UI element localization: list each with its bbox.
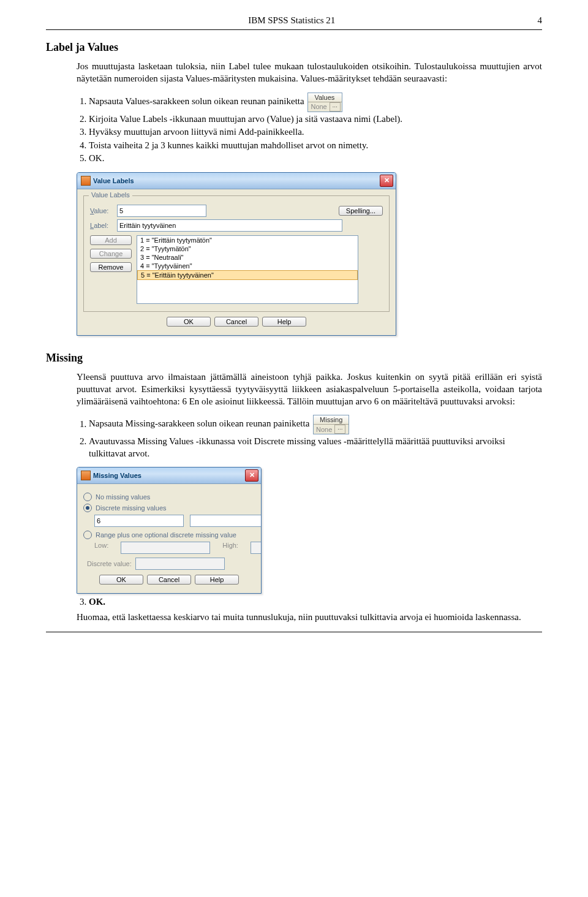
- section2-steps-cont: OK.: [89, 596, 542, 608]
- section1-intro: Jos muuttujasta lasketaan tuloksia, niin…: [77, 60, 542, 85]
- close-icon[interactable]: ✕: [245, 469, 258, 482]
- values-cell-value: None: [311, 102, 326, 111]
- list-item[interactable]: 4 = "Tyytyväinen": [137, 262, 358, 270]
- radio-icon: [83, 504, 92, 512]
- dialog-titlebar: Missing Values ✕: [77, 467, 261, 484]
- values-cell-snippet: Values None …: [307, 93, 342, 112]
- list-item: Avautuvassa Missing Values -ikkunassa vo…: [89, 436, 542, 460]
- section2-steps: Napsauta Missing-sarakkeen solun oikean …: [89, 415, 542, 460]
- close-icon[interactable]: ✕: [380, 175, 393, 187]
- radio-icon: [83, 531, 92, 539]
- discrete-value-2[interactable]: [190, 515, 262, 527]
- value-field-label: Value:: [90, 207, 117, 214]
- list-item[interactable]: 1 = "Erittäin tyytymätön": [137, 236, 358, 244]
- list-item[interactable]: 5 = "Erittäin tyytyväinen": [137, 270, 358, 280]
- footer-rule: [46, 632, 542, 632]
- section-heading-label-values: Label ja Values: [46, 41, 542, 54]
- list-item: OK.: [89, 153, 542, 165]
- discrete-range-value: [135, 558, 225, 570]
- values-col-header: Values: [308, 93, 341, 102]
- value-labels-list[interactable]: 1 = "Erittäin tyytymätön" 2 = "Tyytymätö…: [137, 235, 358, 304]
- app-icon: [81, 471, 91, 480]
- dialog-title: Missing Values: [93, 472, 141, 479]
- missing-cell-snippet: Missing None …: [313, 415, 349, 434]
- section-heading-missing: Missing: [46, 352, 542, 365]
- dialog-title: Value Labels: [93, 177, 134, 184]
- list-item: Kirjoita Value Labels -ikkunaan muuttuja…: [89, 113, 542, 126]
- section2-note: Huomaa, että laskettaessa keskiarvo tai …: [77, 611, 542, 623]
- list-item: Toista vaiheita 2 ja 3 kunnes kaikki muu…: [89, 140, 542, 152]
- discrete-value-label: Discrete value:: [87, 560, 132, 567]
- page-number: 4: [537, 15, 542, 26]
- page-header: IBM SPSS Statistics 21 4: [46, 15, 542, 26]
- dialog-titlebar: Value Labels ✕: [77, 173, 396, 189]
- radio-icon: [83, 493, 92, 501]
- app-icon: [81, 176, 91, 186]
- label-field-label: Label:: [90, 222, 117, 229]
- add-button[interactable]: Add: [90, 235, 132, 245]
- radio-range-plus[interactable]: Range plus one optional discrete missing…: [83, 531, 255, 539]
- missing-cell-value: None: [316, 425, 332, 434]
- list-item: Napsauta Values-sarakkeen solun oikean r…: [89, 93, 542, 112]
- label-input[interactable]: [117, 219, 342, 232]
- header-title: IBM SPSS Statistics 21: [248, 15, 335, 26]
- discrete-value-1[interactable]: [94, 515, 184, 527]
- high-input: [251, 542, 262, 554]
- value-input[interactable]: [117, 205, 206, 217]
- cancel-button[interactable]: Cancel: [214, 317, 258, 327]
- header-rule: [46, 29, 542, 30]
- radio-no-missing[interactable]: No missing values: [83, 493, 255, 501]
- list-item: Hyväksy muuttujan arvoon liittyvä nimi A…: [89, 126, 542, 138]
- value-labels-dialog: Value Labels ✕ Value Labels Value: Spell…: [77, 172, 396, 336]
- ellipsis-icon[interactable]: …: [334, 425, 345, 434]
- change-button[interactable]: Change: [90, 249, 132, 259]
- cancel-button[interactable]: Cancel: [147, 575, 191, 585]
- help-button[interactable]: Help: [262, 317, 306, 327]
- section1-steps: Napsauta Values-sarakkeen solun oikean r…: [89, 93, 542, 165]
- group-legend: Value Labels: [89, 191, 132, 199]
- remove-button[interactable]: Remove: [90, 262, 132, 272]
- list-item[interactable]: 3 = "Neutraali": [137, 253, 358, 262]
- ok-button[interactable]: OK: [167, 317, 211, 327]
- high-label: High:: [222, 542, 238, 554]
- value-labels-group: Value Labels Value: Spelling... Label: A…: [83, 195, 390, 312]
- spelling-button[interactable]: Spelling...: [339, 206, 383, 216]
- low-input: [121, 542, 210, 554]
- ellipsis-icon[interactable]: …: [330, 102, 341, 112]
- list-item[interactable]: 2 = "Tyytymätön": [137, 244, 358, 253]
- low-label: Low:: [94, 542, 108, 554]
- missing-values-dialog: Missing Values ✕ No missing values Discr…: [77, 467, 262, 594]
- list-item: Napsauta Missing-sarakkeen solun oikean …: [89, 415, 542, 434]
- section2-intro: Yleensä puuttuva arvo ilmaistaan jättämä…: [77, 371, 542, 408]
- list-item: OK.: [89, 596, 542, 608]
- ok-button[interactable]: OK: [99, 575, 143, 585]
- missing-col-header: Missing: [314, 415, 349, 425]
- radio-discrete-missing[interactable]: Discrete missing values: [83, 504, 255, 512]
- help-button[interactable]: Help: [195, 575, 239, 585]
